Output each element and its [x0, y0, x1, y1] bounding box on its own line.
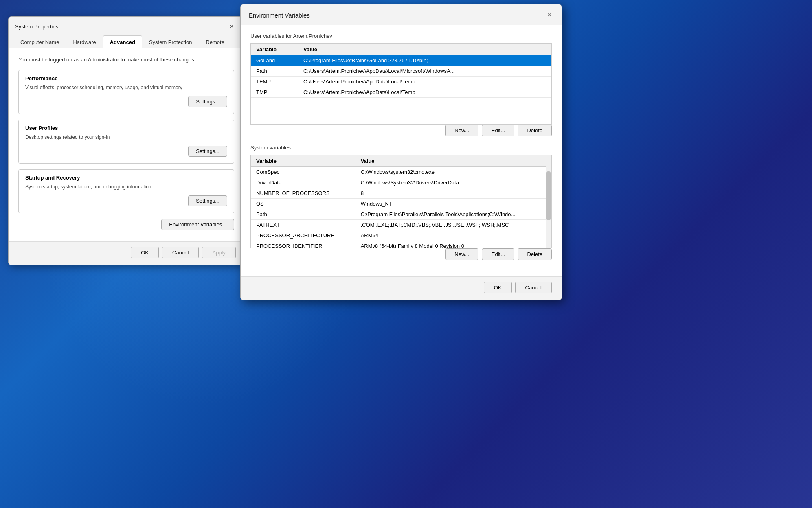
sys-vars-label: System variables	[250, 145, 552, 151]
system-properties-titlebar: System Properties ✕	[9, 17, 244, 35]
sys-var-comspec-name: ComSpec	[251, 167, 356, 177]
user-vars-edit-button[interactable]: Edit...	[482, 125, 514, 136]
sys-var-num-processors-value: 8	[356, 188, 551, 199]
tab-system-protection[interactable]: System Protection	[142, 35, 199, 48]
sys-var-path-name: Path	[251, 209, 356, 220]
sys-var-pathext-value: .COM;.EXE;.BAT;.CMD;.VBS;.VBE;.JS;.JSE;.…	[356, 220, 551, 230]
sys-var-proc-arch-value: ARM64	[356, 230, 551, 241]
sys-var-row-os[interactable]: OS Windows_NT	[251, 199, 551, 209]
sys-var-proc-id-value: ARMv8 (64-bit) Family 8 Model 0 Revision…	[356, 241, 551, 249]
user-vars-table-container: Variable Value GoLand C:\Program Files\J…	[250, 43, 552, 125]
env-dialog-title: Environment Variables	[249, 12, 310, 19]
user-vars-new-button[interactable]: New...	[445, 125, 478, 136]
admin-notice: You must be logged on as an Administrato…	[18, 57, 234, 63]
env-dialog-cancel-button[interactable]: Cancel	[515, 282, 552, 293]
sys-var-driverdata-value: C:\Windows\System32\Drivers\DriverData	[356, 177, 551, 188]
system-properties-cancel-button[interactable]: Cancel	[162, 247, 199, 258]
user-vars-delete-button[interactable]: Delete	[518, 125, 552, 136]
user-var-tmp-name: TMP	[251, 87, 299, 98]
system-properties-ok-button[interactable]: OK	[131, 247, 159, 258]
sys-var-os-value: Windows_NT	[356, 199, 551, 209]
tab-hardware[interactable]: Hardware	[66, 35, 103, 48]
startup-recovery-desc: System startup, system failure, and debu…	[25, 183, 227, 190]
sys-vars-table: Variable Value ComSpec C:\Windows\system…	[251, 155, 551, 248]
system-properties-content: You must be logged on as an Administrato…	[9, 48, 244, 241]
sys-var-row-proc-id[interactable]: PROCESSOR_IDENTIFIER ARMv8 (64-bit) Fami…	[251, 241, 551, 249]
user-vars-table: Variable Value GoLand C:\Program Files\J…	[251, 44, 551, 98]
scrollbar-thumb	[546, 171, 551, 220]
sys-var-driverdata-name: DriverData	[251, 177, 356, 188]
user-var-goland-name: GoLand	[251, 55, 299, 66]
sys-var-proc-arch-name: PROCESSOR_ARCHITECTURE	[251, 230, 356, 241]
system-properties-title: System Properties	[15, 24, 58, 30]
sys-vars-btn-row: New... Edit... Delete	[250, 248, 552, 260]
tab-advanced[interactable]: Advanced	[103, 35, 142, 48]
performance-title: Performance	[25, 75, 227, 81]
env-dialog-close-button[interactable]: ✕	[544, 9, 555, 21]
sys-var-row-pathext[interactable]: PATHEXT .COM;.EXE;.BAT;.CMD;.VBS;.VBE;.J…	[251, 220, 551, 230]
user-profiles-title: User Profiles	[25, 125, 227, 131]
startup-recovery-title: Startup and Recovery	[25, 175, 227, 181]
env-vars-btn-row: Environment Variables...	[18, 219, 234, 230]
sys-var-pathext-name: PATHEXT	[251, 220, 356, 230]
user-var-row-temp[interactable]: TEMP C:\Users\Artem.Pronichev\AppData\Lo…	[251, 77, 551, 87]
sys-var-row-driverdata[interactable]: DriverData C:\Windows\System32\Drivers\D…	[251, 177, 551, 188]
user-var-tmp-value: C:\Users\Artem.Pronichev\AppData\Local\T…	[298, 87, 551, 98]
sys-var-os-name: OS	[251, 199, 356, 209]
environment-variables-button[interactable]: Environment Variables...	[161, 219, 234, 230]
tab-computer-name[interactable]: Computer Name	[13, 35, 66, 48]
env-dialog-body: User variables for Artem.Pronichev Varia…	[241, 25, 562, 276]
scrollbar[interactable]	[546, 155, 551, 248]
sys-vars-new-button[interactable]: New...	[445, 248, 478, 260]
user-var-row-goland[interactable]: GoLand C:\Program Files\JetBrains\GoLand…	[251, 55, 551, 66]
system-properties-close-button[interactable]: ✕	[226, 21, 237, 32]
system-properties-apply-button[interactable]: Apply	[202, 247, 236, 258]
sys-var-row-path[interactable]: Path C:\Program Files\Parallels\Parallel…	[251, 209, 551, 220]
user-var-row-path[interactable]: Path C:\Users\Artem.Pronichev\AppData\Lo…	[251, 66, 551, 77]
startup-recovery-section: Startup and Recovery System startup, sys…	[18, 169, 234, 213]
sys-var-row-num-processors[interactable]: NUMBER_OF_PROCESSORS 8	[251, 188, 551, 199]
env-dialog-titlebar: Environment Variables ✕	[241, 4, 562, 25]
user-var-temp-value: C:\Users\Artem.Pronichev\AppData\Local\T…	[298, 77, 551, 87]
sys-var-path-value: C:\Program Files\Parallels\Parallels Too…	[356, 209, 551, 220]
user-profiles-settings-button[interactable]: Settings...	[188, 146, 227, 157]
system-properties-dialog: System Properties ✕ Computer Name Hardwa…	[8, 16, 244, 265]
user-profiles-desc: Desktop settings related to your sign-in	[25, 134, 227, 141]
sys-vars-delete-button[interactable]: Delete	[518, 248, 552, 260]
user-vars-btn-row: New... Edit... Delete	[250, 125, 552, 136]
environment-variables-dialog: Environment Variables ✕ User variables f…	[240, 4, 562, 300]
sys-var-proc-id-name: PROCESSOR_IDENTIFIER	[251, 241, 356, 249]
sys-vars-col-value: Value	[356, 155, 551, 167]
user-vars-col-variable: Variable	[251, 44, 299, 55]
user-vars-label: User variables for Artem.Pronichev	[250, 33, 552, 39]
tab-remote[interactable]: Remote	[199, 35, 231, 48]
sys-vars-edit-button[interactable]: Edit...	[482, 248, 514, 260]
performance-settings-button[interactable]: Settings...	[188, 96, 227, 107]
user-var-goland-value: C:\Program Files\JetBrains\GoLand 223.75…	[298, 55, 551, 66]
user-profiles-section: User Profiles Desktop settings related t…	[18, 120, 234, 164]
env-dialog-ok-button[interactable]: OK	[484, 282, 512, 293]
startup-recovery-settings-button[interactable]: Settings...	[188, 195, 227, 206]
user-var-path-value: C:\Users\Artem.Pronichev\AppData\Local\M…	[298, 66, 551, 77]
user-var-path-name: Path	[251, 66, 299, 77]
user-var-temp-name: TEMP	[251, 77, 299, 87]
sys-vars-table-container: Variable Value ComSpec C:\Windows\system…	[250, 155, 552, 248]
sys-var-comspec-value: C:\Windows\system32\cmd.exe	[356, 167, 551, 177]
system-properties-footer: OK Cancel Apply	[9, 241, 244, 265]
sys-var-row-proc-arch[interactable]: PROCESSOR_ARCHITECTURE ARM64	[251, 230, 551, 241]
env-dialog-footer: OK Cancel	[241, 276, 562, 300]
user-vars-col-value: Value	[298, 44, 551, 55]
sys-var-row-comspec[interactable]: ComSpec C:\Windows\system32\cmd.exe	[251, 167, 551, 177]
performance-section: Performance Visual effects, processor sc…	[18, 70, 234, 114]
user-var-row-tmp[interactable]: TMP C:\Users\Artem.Pronichev\AppData\Loc…	[251, 87, 551, 98]
performance-desc: Visual effects, processor scheduling, me…	[25, 84, 227, 91]
sys-var-num-processors-name: NUMBER_OF_PROCESSORS	[251, 188, 356, 199]
sys-vars-col-variable: Variable	[251, 155, 356, 167]
tabs-row: Computer Name Hardware Advanced System P…	[9, 35, 244, 48]
